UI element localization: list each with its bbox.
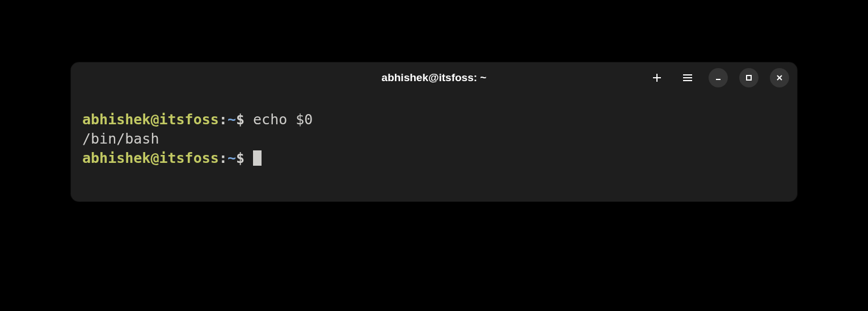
command-text: echo $0 <box>253 111 313 128</box>
titlebar-controls <box>647 68 789 87</box>
terminal-window: abhishek@itsfoss: ~ <box>71 62 797 201</box>
prompt-colon: : <box>219 150 227 166</box>
hamburger-icon <box>682 74 693 82</box>
output-text: /bin/bash <box>82 131 159 147</box>
prompt-path: ~ <box>227 150 236 166</box>
close-button[interactable] <box>770 68 789 87</box>
svg-rect-6 <box>747 75 751 80</box>
titlebar: abhishek@itsfoss: ~ <box>71 62 797 93</box>
minimize-button[interactable] <box>709 68 728 87</box>
terminal-line-command: abhishek@itsfoss:~$ echo $0 <box>82 110 786 129</box>
new-tab-button[interactable] <box>647 68 667 87</box>
terminal-body[interactable]: abhishek@itsfoss:~$ echo $0 /bin/bash ab… <box>71 93 797 201</box>
terminal-line-output: /bin/bash <box>82 129 786 149</box>
prompt-colon: : <box>219 111 227 128</box>
plus-icon <box>652 73 662 83</box>
prompt-dollar: $ <box>236 111 253 128</box>
cursor <box>253 150 262 166</box>
close-icon <box>776 74 783 82</box>
prompt-path: ~ <box>227 111 236 128</box>
prompt-userhost: abhishek@itsfoss <box>82 111 219 128</box>
maximize-icon <box>745 74 753 82</box>
menu-button[interactable] <box>678 68 697 87</box>
prompt-dollar: $ <box>236 150 253 166</box>
maximize-button[interactable] <box>739 68 759 87</box>
terminal-line-prompt: abhishek@itsfoss:~$ <box>82 149 786 168</box>
prompt-userhost: abhishek@itsfoss <box>82 150 219 166</box>
minimize-icon <box>714 74 722 82</box>
